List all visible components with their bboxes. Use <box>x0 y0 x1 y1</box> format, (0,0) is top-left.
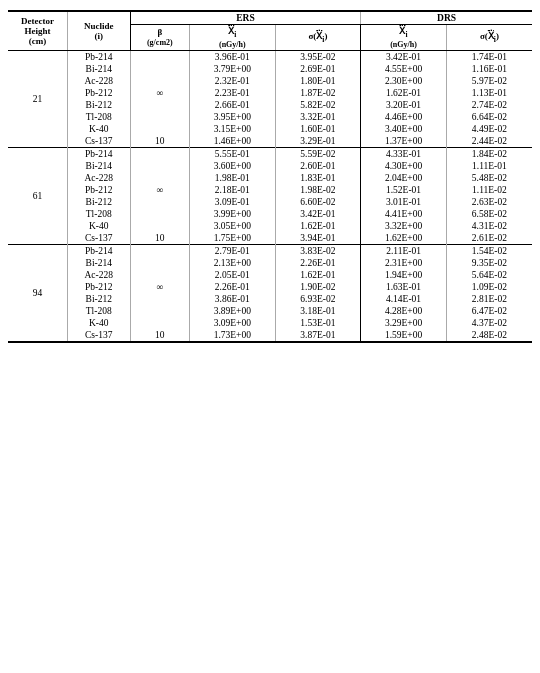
beta-cell: ∞ <box>130 184 189 196</box>
sigma-ers-cell: 1.90E-02 <box>275 281 361 293</box>
xi-ers-cell: 3.96E-01 <box>190 50 276 63</box>
nuclide-cell: Ac-228 <box>67 75 130 87</box>
sigma-ers-cell: 3.94E-01 <box>275 232 361 245</box>
beta-cell <box>130 111 189 123</box>
sigma-drs-cell: 6.47E-02 <box>446 305 532 317</box>
col-beta: β(g/cm2) <box>130 25 189 51</box>
beta-cell: ∞ <box>130 281 189 293</box>
xi-ers-cell: 1.98E-01 <box>190 172 276 184</box>
sigma-ers-cell: 5.82E-02 <box>275 99 361 111</box>
beta-cell <box>130 123 189 135</box>
xi-drs-cell: 2.31E+00 <box>361 257 447 269</box>
beta-cell <box>130 257 189 269</box>
sigma-ers-cell: 3.95E-02 <box>275 50 361 63</box>
nuclide-cell: Pb-214 <box>67 244 130 257</box>
table-row: 61Pb-2145.55E-015.59E-024.33E-011.84E-02 <box>8 147 532 160</box>
xi-drs-cell: 3.29E+00 <box>361 317 447 329</box>
xi-drs-cell: 2.04E+00 <box>361 172 447 184</box>
xi-drs-cell: 4.14E-01 <box>361 293 447 305</box>
beta-cell: 10 <box>130 232 189 245</box>
sigma-drs-cell: 5.64E-02 <box>446 269 532 281</box>
nuclide-cell: Cs-137 <box>67 232 130 245</box>
table-row: K-403.15E+001.60E-013.40E+004.49E-02 <box>8 123 532 135</box>
table-row: K-403.05E+001.62E-013.32E+004.31E-02 <box>8 220 532 232</box>
table-row: Bi-2143.79E+002.69E-014.55E+001.16E-01 <box>8 63 532 75</box>
sigma-ers-cell: 1.87E-02 <box>275 87 361 99</box>
beta-cell <box>130 160 189 172</box>
xi-drs-cell: 1.63E-01 <box>361 281 447 293</box>
table-row: Pb-212∞2.26E-011.90E-021.63E-011.09E-02 <box>8 281 532 293</box>
xi-ers-cell: 3.89E+00 <box>190 305 276 317</box>
beta-cell <box>130 99 189 111</box>
sigma-ers-cell: 2.26E-01 <box>275 257 361 269</box>
nuclide-cell: Cs-137 <box>67 135 130 148</box>
nuclide-cell: Ac-228 <box>67 172 130 184</box>
sigma-ers-cell: 1.98E-02 <box>275 184 361 196</box>
xi-ers-cell: 5.55E-01 <box>190 147 276 160</box>
table-row: 21Pb-2143.96E-013.95E-023.42E-011.74E-01 <box>8 50 532 63</box>
nuclide-cell: Ac-228 <box>67 269 130 281</box>
sigma-drs-cell: 1.54E-02 <box>446 244 532 257</box>
xi-ers-cell: 3.09E-01 <box>190 196 276 208</box>
sigma-drs-cell: 4.31E-02 <box>446 220 532 232</box>
sigma-ers-cell: 3.83E-02 <box>275 244 361 257</box>
sigma-drs-cell: 2.63E-02 <box>446 196 532 208</box>
nuclide-cell: Bi-212 <box>67 293 130 305</box>
table-row: Bi-2122.66E-015.82E-023.20E-012.74E-02 <box>8 99 532 111</box>
col-sigma-xi-drs: σ(Ẋi) <box>446 25 532 51</box>
detector-height-cell: 94 <box>8 244 67 342</box>
col-xi-ers: Ẋi(nGy/h) <box>190 25 276 51</box>
table-row: Ac-2282.05E-011.62E-011.94E+005.64E-02 <box>8 269 532 281</box>
xi-ers-cell: 2.23E-01 <box>190 87 276 99</box>
nuclide-cell: K-40 <box>67 220 130 232</box>
table-row: Tl-2083.89E+003.18E-014.28E+006.47E-02 <box>8 305 532 317</box>
xi-ers-cell: 3.05E+00 <box>190 220 276 232</box>
sigma-ers-cell: 6.60E-02 <box>275 196 361 208</box>
xi-ers-cell: 3.79E+00 <box>190 63 276 75</box>
table-row: Bi-2123.09E-016.60E-023.01E-012.63E-02 <box>8 196 532 208</box>
xi-ers-cell: 3.95E+00 <box>190 111 276 123</box>
xi-ers-cell: 2.05E-01 <box>190 269 276 281</box>
header-row-1: DetectorHeight(cm) Nuclide(i) ERS DRS <box>8 11 532 25</box>
col-xi-drs: Ẋi(nGy/h) <box>361 25 447 51</box>
sigma-drs-cell: 5.97E-02 <box>446 75 532 87</box>
beta-cell <box>130 269 189 281</box>
table-row: Cs-137101.75E+003.94E-011.62E+002.61E-02 <box>8 232 532 245</box>
sigma-drs-cell: 1.74E-01 <box>446 50 532 63</box>
sigma-drs-cell: 6.64E-02 <box>446 111 532 123</box>
sigma-ers-cell: 2.60E-01 <box>275 160 361 172</box>
xi-ers-cell: 2.18E-01 <box>190 184 276 196</box>
sigma-ers-cell: 1.62E-01 <box>275 220 361 232</box>
beta-cell <box>130 317 189 329</box>
xi-ers-cell: 3.15E+00 <box>190 123 276 135</box>
detector-height-cell: 61 <box>8 147 67 244</box>
detector-height-cell: 21 <box>8 50 67 147</box>
table-row: Pb-212∞2.18E-011.98E-021.52E-011.11E-02 <box>8 184 532 196</box>
sigma-drs-cell: 1.13E-01 <box>446 87 532 99</box>
xi-drs-cell: 4.28E+00 <box>361 305 447 317</box>
table-row: Cs-137101.73E+003.87E-011.59E+002.48E-02 <box>8 329 532 342</box>
table-row: 94Pb-2142.79E-013.83E-022.11E-011.54E-02 <box>8 244 532 257</box>
xi-ers-cell: 2.66E-01 <box>190 99 276 111</box>
col-nuclide: Nuclide(i) <box>67 11 130 50</box>
table-row: Ac-2282.32E-011.80E-012.30E+005.97E-02 <box>8 75 532 87</box>
xi-drs-cell: 4.41E+00 <box>361 208 447 220</box>
nuclide-cell: Cs-137 <box>67 329 130 342</box>
xi-drs-cell: 1.37E+00 <box>361 135 447 148</box>
xi-drs-cell: 2.11E-01 <box>361 244 447 257</box>
sigma-drs-cell: 1.11E-02 <box>446 184 532 196</box>
sigma-ers-cell: 3.29E-01 <box>275 135 361 148</box>
xi-drs-cell: 4.55E+00 <box>361 63 447 75</box>
table-row: Bi-2142.13E+002.26E-012.31E+009.35E-02 <box>8 257 532 269</box>
sigma-drs-cell: 4.37E-02 <box>446 317 532 329</box>
sigma-ers-cell: 3.87E-01 <box>275 329 361 342</box>
xi-drs-cell: 1.52E-01 <box>361 184 447 196</box>
xi-ers-cell: 2.13E+00 <box>190 257 276 269</box>
beta-cell <box>130 75 189 87</box>
beta-cell <box>130 208 189 220</box>
table-row: K-403.09E+001.53E-013.29E+004.37E-02 <box>8 317 532 329</box>
xi-drs-cell: 3.20E-01 <box>361 99 447 111</box>
beta-cell <box>130 147 189 160</box>
xi-ers-cell: 1.73E+00 <box>190 329 276 342</box>
beta-cell <box>130 63 189 75</box>
